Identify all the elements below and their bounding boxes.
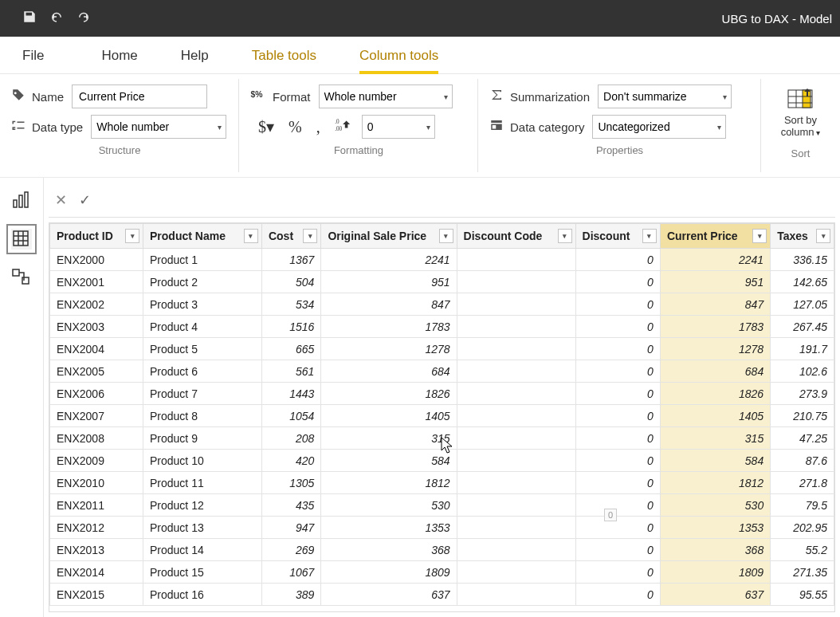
- menu-help[interactable]: Help: [167, 40, 223, 73]
- cell[interactable]: 504: [261, 271, 320, 293]
- column-header[interactable]: Product ID▾: [50, 224, 143, 249]
- cell[interactable]: 0: [575, 338, 660, 360]
- table-row[interactable]: ENX2012Product 13947135301353202.95: [50, 517, 834, 539]
- cell[interactable]: 847: [660, 293, 770, 316]
- cell[interactable]: 1353: [321, 517, 457, 539]
- cell[interactable]: 127.05: [771, 293, 834, 316]
- filter-icon[interactable]: ▾: [125, 229, 139, 243]
- filter-icon[interactable]: ▾: [244, 229, 258, 243]
- cell[interactable]: 1278: [660, 338, 770, 360]
- cell[interactable]: 267.45: [771, 316, 834, 338]
- cell[interactable]: ENX2011: [50, 494, 143, 517]
- cell[interactable]: 534: [261, 293, 320, 316]
- cell[interactable]: 947: [261, 517, 320, 539]
- table-row[interactable]: ENX2013Product 14269368036855.2: [50, 539, 834, 561]
- filter-icon[interactable]: ▾: [752, 229, 767, 243]
- cell[interactable]: 1067: [261, 561, 320, 584]
- cell[interactable]: 1405: [321, 405, 457, 427]
- cell[interactable]: ENX2006: [50, 383, 143, 405]
- cell[interactable]: 1054: [261, 405, 320, 427]
- cell[interactable]: 0: [575, 561, 660, 584]
- menu-table-tools[interactable]: Table tools: [237, 40, 331, 73]
- table-row[interactable]: ENX2011Product 12435530053079.5: [50, 494, 834, 517]
- cell[interactable]: 0: [575, 405, 660, 427]
- cell[interactable]: 2241: [321, 249, 457, 271]
- cell[interactable]: [457, 561, 575, 584]
- cell[interactable]: ENX2001: [50, 271, 143, 293]
- comma-button[interactable]: ,: [312, 118, 325, 136]
- cell[interactable]: 1812: [660, 472, 770, 494]
- cell[interactable]: ENX2003: [50, 316, 143, 338]
- cell[interactable]: Product 12: [143, 494, 262, 517]
- cell[interactable]: 0: [575, 427, 660, 450]
- cell[interactable]: 191.7: [771, 338, 834, 360]
- cell[interactable]: 951: [321, 271, 457, 293]
- cell[interactable]: Product 13: [143, 517, 262, 539]
- cell[interactable]: Product 2: [143, 271, 262, 293]
- cell[interactable]: 1812: [321, 472, 457, 494]
- filter-icon[interactable]: ▾: [303, 229, 317, 243]
- cell[interactable]: ENX2015: [50, 584, 143, 606]
- column-header[interactable]: Current Price▾: [660, 224, 770, 249]
- filter-icon[interactable]: ▾: [439, 229, 453, 243]
- cell[interactable]: 208: [261, 427, 320, 450]
- cell[interactable]: 637: [660, 584, 770, 606]
- table-row[interactable]: ENX2015Product 16389637063795.55: [50, 584, 834, 606]
- cell[interactable]: 336.15: [771, 249, 834, 271]
- summarization-select[interactable]: [598, 84, 732, 108]
- cell[interactable]: 0: [575, 494, 660, 517]
- cell[interactable]: 1826: [660, 383, 770, 405]
- cell[interactable]: 530: [321, 494, 457, 517]
- cell[interactable]: 0: [575, 472, 660, 494]
- cell[interactable]: ENX2000: [50, 249, 143, 271]
- currency-button[interactable]: $▾: [253, 117, 279, 136]
- cell[interactable]: [457, 450, 575, 472]
- column-header[interactable]: Taxes▾: [771, 224, 834, 249]
- decimal-decrease-button[interactable]: .0.00: [330, 118, 357, 136]
- cell[interactable]: ENX2014: [50, 561, 143, 584]
- column-header[interactable]: Discount▾: [575, 224, 660, 249]
- cell[interactable]: ENX2008: [50, 427, 143, 450]
- cell[interactable]: 1809: [321, 561, 457, 584]
- cell[interactable]: 271.35: [771, 561, 834, 584]
- cell[interactable]: [457, 271, 575, 293]
- column-header[interactable]: Discount Code▾: [457, 224, 575, 249]
- table-row[interactable]: ENX2007Product 81054140501405210.75: [50, 405, 834, 427]
- cell[interactable]: 584: [660, 450, 770, 472]
- cell[interactable]: Product 5: [143, 338, 262, 360]
- format-select[interactable]: [319, 84, 453, 108]
- cell[interactable]: Product 1: [143, 249, 262, 271]
- table-row[interactable]: ENX2008Product 9208315031547.25: [50, 427, 834, 450]
- cell[interactable]: 0: [575, 360, 660, 383]
- cell[interactable]: Product 4: [143, 316, 262, 338]
- model-view-button[interactable]: [11, 267, 32, 288]
- cell[interactable]: 55.2: [771, 539, 834, 561]
- cell[interactable]: 0: [575, 249, 660, 271]
- cell[interactable]: Product 16: [143, 584, 262, 606]
- cell[interactable]: 79.5: [771, 494, 834, 517]
- cell[interactable]: ENX2010: [50, 472, 143, 494]
- cell[interactable]: [457, 249, 575, 271]
- filter-icon[interactable]: ▾: [558, 229, 572, 243]
- cell[interactable]: 637: [321, 584, 457, 606]
- menu-file[interactable]: File: [18, 40, 61, 73]
- cell[interactable]: 1405: [660, 405, 770, 427]
- cell[interactable]: 368: [321, 539, 457, 561]
- cell[interactable]: 269: [261, 539, 320, 561]
- cell[interactable]: ENX2009: [50, 450, 143, 472]
- cell[interactable]: 435: [261, 494, 320, 517]
- filter-icon[interactable]: ▾: [816, 229, 830, 243]
- cell[interactable]: 665: [261, 338, 320, 360]
- cell[interactable]: Product 10: [143, 450, 262, 472]
- formula-accept-button[interactable]: ✓: [73, 191, 96, 209]
- cell[interactable]: [457, 383, 575, 405]
- cell[interactable]: 584: [321, 450, 457, 472]
- cell[interactable]: 87.6: [771, 450, 834, 472]
- cell[interactable]: 0: [575, 517, 660, 539]
- cell[interactable]: [457, 584, 575, 606]
- cell[interactable]: Product 3: [143, 293, 262, 316]
- cell[interactable]: 271.8: [771, 472, 834, 494]
- cell[interactable]: 142.65: [771, 271, 834, 293]
- cell[interactable]: 95.55: [771, 584, 834, 606]
- cell[interactable]: 315: [321, 427, 457, 450]
